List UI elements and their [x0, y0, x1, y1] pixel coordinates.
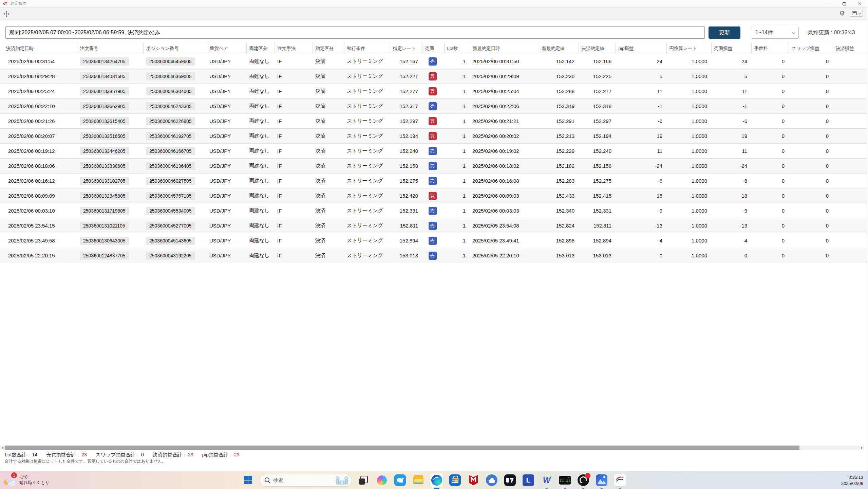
page-range-select[interactable]: 1~14件	[751, 27, 799, 39]
scroll-left-arrow[interactable]	[0, 446, 5, 450]
table-cell: 152.225	[579, 69, 616, 84]
taskbar-app-lionfx[interactable]	[613, 473, 627, 487]
search-input[interactable]	[273, 477, 327, 483]
column-header[interactable]: Lot数	[444, 43, 470, 54]
column-header[interactable]: pip損益	[616, 43, 666, 54]
move-handle-icon[interactable]	[3, 11, 10, 17]
table-cell: 2503600046226805	[143, 114, 207, 129]
table-cell	[833, 248, 867, 263]
taskbar-app-l-app[interactable]	[522, 473, 535, 487]
column-header[interactable]: ポジション番号	[143, 43, 207, 54]
horizontal-scrollbar[interactable]	[0, 446, 864, 450]
close-button[interactable]	[852, 0, 868, 7]
table-cell	[833, 144, 867, 159]
taskbar-app-photos[interactable]	[595, 473, 608, 487]
column-header[interactable]: 指定レート	[390, 43, 422, 54]
table-cell: 0	[751, 159, 789, 174]
settings-gear-icon[interactable]: ⚙	[839, 10, 845, 17]
start-button[interactable]	[241, 473, 255, 487]
column-header[interactable]: 手数料	[751, 43, 789, 54]
table-cell: 152.182	[539, 159, 579, 174]
taskbar-app-w-app[interactable]	[540, 473, 553, 487]
table-cell: ストリーミング	[344, 233, 390, 248]
taskbar-app-mcafee[interactable]	[467, 473, 480, 487]
minimize-button[interactable]	[821, 0, 836, 7]
table-row[interactable]: 2025/02/06 00:29:28250360013403160525036…	[0, 69, 867, 84]
table-cell: -8	[616, 174, 666, 188]
column-header[interactable]: 決済約定値	[579, 43, 616, 54]
tradingview-icon	[504, 474, 516, 486]
table-row[interactable]: 2025/02/06 00:19:12250360013344620525036…	[0, 144, 867, 159]
table-row[interactable]: 2025/02/06 00:03:10250360013171980525036…	[0, 203, 867, 218]
maximize-button[interactable]	[836, 0, 852, 7]
table-row[interactable]: 2025/02/05 22:20:15250360012483770525036…	[0, 248, 867, 263]
taskbar-app-obs[interactable]	[577, 473, 590, 487]
column-header[interactable]: 売買	[422, 43, 444, 54]
table-row[interactable]: 2025/02/06 00:21:26250360013361540525036…	[0, 114, 867, 129]
table-row[interactable]: 2025/02/06 00:20:07250360013351650525036…	[0, 129, 867, 144]
table-cell: -4	[616, 233, 666, 248]
column-header[interactable]: 新規約定日時	[470, 43, 539, 54]
column-header[interactable]: 約定区分	[313, 43, 344, 54]
table-cell: 0	[751, 54, 789, 69]
taskbar-search[interactable]	[260, 474, 352, 487]
column-header[interactable]: スワップ損益	[789, 43, 833, 54]
table-cell: ストリーミング	[344, 144, 390, 159]
table-cell	[833, 114, 867, 129]
scrollbar-thumb[interactable]	[5, 446, 799, 450]
column-header[interactable]: 新規約定値	[539, 43, 579, 54]
table-cell: 2025/02/06 00:19:02	[470, 144, 539, 159]
taskbar-app-clock-app[interactable]: 11:22	[558, 473, 572, 487]
window-layout-button[interactable]	[850, 10, 863, 17]
table-cell: 152.230	[539, 69, 579, 84]
period-input[interactable]	[5, 26, 705, 39]
table-cell: 24	[616, 54, 666, 69]
table-row[interactable]: 2025/02/05 23:49:58250360013064300525036…	[0, 233, 867, 248]
table-row[interactable]: 2025/02/06 00:09:09250360013234580525036…	[0, 188, 867, 203]
obs-icon	[578, 474, 589, 486]
table-cell: 1.0000	[666, 144, 711, 159]
table-row[interactable]: 2025/02/06 00:18:06250360013333860525036…	[0, 159, 867, 174]
table-row[interactable]: 2025/02/06 00:16:12250360013310270525036…	[0, 174, 867, 188]
sell-badge: 売	[429, 177, 437, 185]
table-cell: 152.811	[390, 218, 422, 233]
column-header[interactable]: 決済約定日時	[0, 43, 77, 54]
table-row[interactable]: 2025/02/06 00:31:54250360013426470525036…	[0, 54, 867, 69]
column-header[interactable]: 決済損益	[833, 43, 867, 54]
number-chip: 2503600045143605	[146, 237, 195, 245]
column-header[interactable]: 売買損益	[711, 43, 751, 54]
taskbar-app-cloud-app[interactable]	[485, 473, 498, 487]
taskbar-app-tradingview[interactable]	[503, 473, 517, 487]
column-header[interactable]: 通貨ペア	[207, 43, 246, 54]
taskbar-app-ms-store[interactable]	[448, 473, 462, 487]
table-cell: 152.331	[390, 203, 422, 218]
table-cell: 152.194	[390, 129, 422, 144]
table-row[interactable]: 2025/02/05 23:54:15250360013102110525036…	[0, 218, 867, 233]
table-cell: 2503600045143605	[143, 233, 207, 248]
summary-item: スワップ損益合計：0	[96, 452, 144, 457]
table-row[interactable]: 2025/02/06 00:22:10250360013366290525036…	[0, 99, 867, 114]
column-header[interactable]: 注文番号	[77, 43, 143, 54]
table-cell: 売	[422, 248, 444, 263]
taskbar-app-edge[interactable]	[430, 473, 444, 487]
table-cell: 2025/02/06 00:29:28	[0, 69, 77, 84]
refresh-button[interactable]: 更新	[709, 26, 740, 39]
weather-widget[interactable]: 1 -1°C 晴れ時々くもり	[3, 473, 50, 486]
column-header[interactable]: 円換算レート	[666, 43, 711, 54]
table-cell: 0	[751, 69, 789, 84]
column-header[interactable]: 執行条件	[344, 43, 390, 54]
table-cell: ストリーミング	[344, 99, 390, 114]
taskbar-app-task-view[interactable]	[357, 473, 370, 487]
taskbar-app-twitter[interactable]	[393, 473, 407, 487]
table-cell: 両建なし	[246, 159, 275, 174]
summary-note: 合計する対象は検索にヒットした全件です。表示しているものの合計ではありません。	[5, 458, 166, 464]
taskbar-clock[interactable]: 0:35:13 2025/02/06	[841, 474, 863, 487]
table-cell: 両建なし	[246, 84, 275, 99]
taskbar-app-copilot[interactable]	[375, 473, 389, 487]
column-header[interactable]: 両建区分	[246, 43, 275, 54]
table-row[interactable]: 2025/02/06 00:25:24250360013385190525036…	[0, 84, 867, 99]
taskbar-app-file-explorer[interactable]	[412, 473, 425, 487]
table-cell: 152.277	[390, 84, 422, 99]
scroll-right-arrow[interactable]	[859, 446, 864, 450]
column-header[interactable]: 注文手法	[275, 43, 313, 54]
